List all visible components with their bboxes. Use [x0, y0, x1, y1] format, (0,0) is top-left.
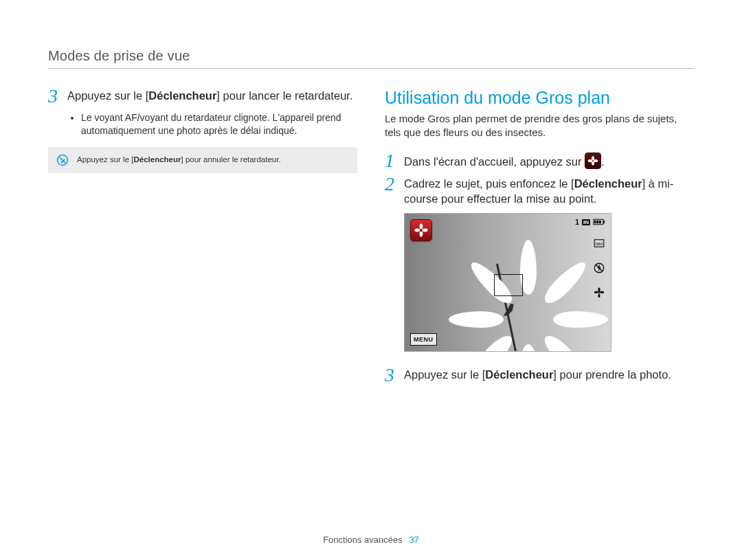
- lcd-preview-illustration: MENU 1 IN I6M: [404, 213, 611, 352]
- left-step-3: 3 Appuyez sur le [Déclencheur] pour lanc…: [48, 88, 357, 106]
- right-step-2: 2 Cadrez le sujet, puis enfoncez le [Déc…: [385, 176, 694, 207]
- step-number: 3: [48, 87, 67, 106]
- svg-point-23: [598, 291, 600, 293]
- svg-point-2: [588, 159, 593, 162]
- note-text: Appuyez sur le [Déclencheur] pour annule…: [77, 154, 281, 165]
- bullet-item: Le voyant AF/voyant du retardateur clign…: [81, 111, 357, 137]
- step-number: 3: [385, 366, 404, 385]
- step-text-bold: Déclencheur: [148, 89, 216, 102]
- macro-flower-icon: [593, 287, 605, 299]
- left-column: 3 Appuyez sur le [Déclencheur] pour lanc…: [48, 88, 357, 390]
- right-step-3: 3 Appuyez sur le [Déclencheur] pour pren…: [385, 367, 694, 385]
- svg-point-7: [414, 229, 420, 232]
- svg-point-9: [420, 231, 423, 236]
- two-column-layout: 3 Appuyez sur le [Déclencheur] pour lanc…: [48, 88, 694, 390]
- svg-rect-15: [603, 221, 605, 224]
- step-text-pre: Appuyez sur le [: [404, 368, 485, 381]
- lcd-shot-counter: 1: [575, 218, 579, 226]
- lcd-right-icon-stack: I6M: [593, 237, 605, 299]
- step-text-post: ] pour prendre la photo.: [553, 368, 671, 381]
- svg-point-3: [594, 159, 598, 162]
- svg-point-6: [420, 223, 423, 229]
- lcd-focus-box: [494, 274, 523, 296]
- battery-icon: [593, 219, 605, 225]
- step-text-pre: Appuyez sur le [: [67, 89, 148, 102]
- note-pre: Appuyez sur le [: [77, 155, 133, 164]
- step-text: Appuyez sur le [Déclencheur] pour prendr…: [404, 367, 694, 382]
- manual-page: Modes de prise de vue 3 Appuyez sur le […: [0, 0, 742, 560]
- step-text-post: ] pour lancer le retardateur.: [216, 89, 352, 102]
- lcd-storage-badge: IN: [582, 219, 590, 225]
- running-head: Modes de prise de vue: [48, 48, 694, 69]
- right-step-1: 1 Dans l'écran d'accueil, appuyez sur .: [385, 153, 694, 170]
- note-info-icon: [56, 154, 69, 166]
- footer-section: Fonctions avancées: [323, 535, 403, 545]
- step-text: Appuyez sur le [Déclencheur] pour lancer…: [67, 88, 357, 103]
- svg-rect-14: [599, 221, 601, 224]
- left-bullets: Le voyant AF/voyant du retardateur clign…: [81, 111, 357, 137]
- step-text-pre: Cadrez le sujet, puis enfoncez le [: [404, 177, 574, 190]
- footer-page-number: 37: [409, 535, 418, 545]
- lcd-mode-chip-closeup-icon: [410, 219, 432, 241]
- page-footer: Fonctions avancées 37: [0, 535, 742, 545]
- step-text-pre: Dans l'écran d'accueil, appuyez sur: [404, 155, 585, 168]
- flash-off-icon: [593, 262, 605, 274]
- step-number: 1: [385, 151, 404, 170]
- svg-point-21: [594, 291, 598, 293]
- step-text-post: .: [601, 155, 605, 168]
- svg-point-20: [598, 288, 600, 292]
- step-text: Dans l'écran d'accueil, appuyez sur .: [404, 153, 694, 169]
- svg-rect-13: [596, 221, 598, 224]
- note-bold: Déclencheur: [133, 155, 181, 164]
- svg-point-8: [422, 229, 427, 232]
- section-title: Utilisation du mode Gros plan: [385, 88, 694, 108]
- right-column: Utilisation du mode Gros plan Le mode Gr…: [385, 88, 694, 390]
- lcd-menu-button: MENU: [410, 333, 437, 346]
- step-text-bold: Déclencheur: [574, 177, 642, 190]
- section-intro: Le mode Gros plan permet de prendre des …: [385, 112, 694, 140]
- svg-text:I6M: I6M: [596, 242, 603, 246]
- svg-rect-12: [594, 221, 596, 224]
- svg-point-5: [592, 159, 594, 161]
- note-box: Appuyez sur le [Déclencheur] pour annule…: [48, 147, 357, 173]
- resolution-icon: I6M: [593, 237, 605, 249]
- svg-point-10: [420, 229, 423, 232]
- note-post: ] pour annuler le retardateur.: [181, 155, 281, 164]
- step-text-bold: Déclencheur: [485, 368, 553, 381]
- step-text: Cadrez le sujet, puis enfoncez le [Décle…: [404, 176, 694, 207]
- svg-point-22: [600, 291, 604, 293]
- closeup-mode-icon: [585, 153, 601, 169]
- lcd-top-right-status: 1 IN: [575, 218, 605, 226]
- step-number: 2: [385, 175, 404, 194]
